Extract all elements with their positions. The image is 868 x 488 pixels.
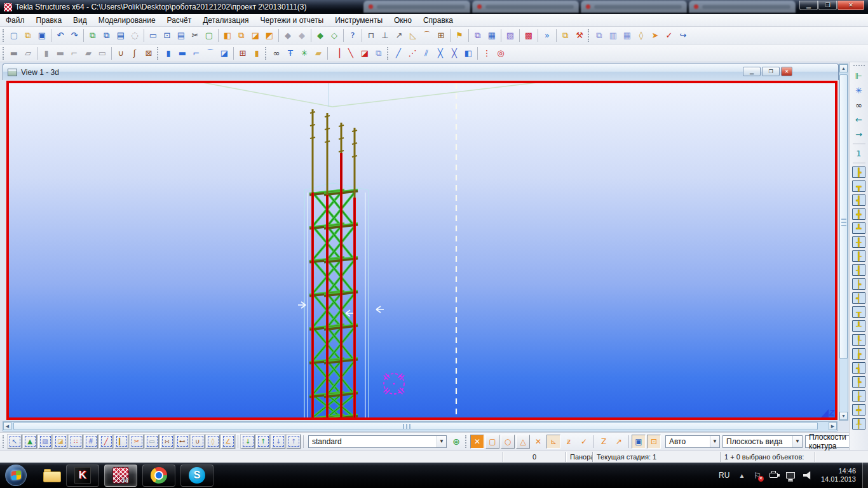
default-component-icon[interactable]: ⊩ — [852, 69, 866, 83]
check-model-icon[interactable]: ✓ — [662, 29, 676, 43]
snap-plane-combo[interactable]: Плоскость вида ▼ — [722, 435, 803, 448]
steel-folded-plate-icon[interactable]: ◪ — [217, 46, 231, 60]
measure-distance-icon[interactable]: ↗ — [392, 29, 406, 43]
concrete-panel-icon[interactable]: ▭ — [95, 46, 109, 60]
steel-orthogonal-beam-icon[interactable]: ⊞ — [236, 46, 250, 60]
minimize-button[interactable]: ▁ — [799, 1, 818, 10]
view-3d-scene[interactable] — [9, 83, 835, 417]
component-number-icon[interactable]: 1 — [852, 146, 866, 161]
steel-beam-icon[interactable]: ▬ — [175, 46, 189, 60]
connection-end-plate-icon[interactable]: ┣ — [852, 166, 865, 178]
snap-free-icon[interactable]: ✓ — [577, 435, 591, 449]
copy-with-point-icon[interactable]: ⧉ — [100, 29, 114, 43]
select-cuts-icon[interactable]: ✂ — [130, 435, 144, 449]
snap-nearest-icon[interactable]: ↗ — [612, 435, 626, 449]
select-grids-icon[interactable]: # — [84, 435, 98, 449]
search-components-icon[interactable]: ∞ — [852, 98, 866, 112]
cut-icon[interactable]: ✂ — [188, 29, 202, 43]
select-components-icon[interactable]: ▲ — [23, 435, 37, 449]
connection-partial-end-plate-icon[interactable]: ╋ — [852, 208, 865, 220]
connection-welded-beam-icon[interactable]: ┸ — [852, 320, 865, 332]
all-views-icon[interactable]: ▦ — [620, 29, 634, 43]
select-reinforcement-icon[interactable]: ∪ — [191, 435, 205, 449]
menu-analysis[interactable]: Расчёт — [161, 15, 198, 26]
pin-icon[interactable]: ⚑ — [452, 29, 466, 43]
connection-beam-splice-icon[interactable]: ┠ — [852, 250, 865, 262]
menu-window[interactable]: Окно — [388, 15, 417, 26]
set-workplane-icon[interactable]: Ŧ — [283, 46, 297, 60]
select-parts-icon[interactable]: ▨ — [38, 435, 52, 449]
new-view-icon[interactable]: ⧉ — [592, 29, 606, 43]
points-projection-icon[interactable]: ╳ — [447, 46, 461, 60]
power-icon[interactable] — [770, 473, 778, 478]
contour-plate-icon[interactable]: ▰ — [311, 46, 325, 60]
component-catalog-icon[interactable]: ✳ — [297, 46, 311, 60]
view-close-button[interactable]: ✕ — [781, 67, 792, 76]
vertical-scrollbar[interactable]: ▲ ▼ — [839, 64, 848, 421]
bolt-circle-icon[interactable]: ◎ — [494, 46, 508, 60]
snap-intersection-icon[interactable]: ✕ — [531, 435, 545, 449]
save-model-icon[interactable]: ▣ — [35, 29, 49, 43]
new-model-icon[interactable]: ▢ — [7, 29, 21, 43]
steel-curved-beam-icon[interactable]: ⌒ — [203, 46, 217, 60]
profile-combo[interactable]: standard ▼ — [308, 435, 447, 448]
copy-icon[interactable]: ⧉ — [86, 29, 100, 43]
select-fittings-icon[interactable]: ∺ — [160, 435, 174, 449]
chevron-down-icon[interactable]: ▼ — [710, 436, 719, 447]
task-manager-icon[interactable]: ▦ — [485, 29, 499, 43]
select-bolts-icon[interactable]: ⊷ — [175, 435, 189, 449]
taskbar-clock[interactable]: 14:46 14.01.2013 — [821, 467, 856, 484]
diagnose-repair-icon[interactable]: ⚒ — [573, 29, 587, 43]
points-intersection-icon[interactable]: ╳ — [433, 46, 447, 60]
taskbar-tekla-button[interactable]: 18 — [104, 464, 137, 487]
scroll-up-icon[interactable]: ▲ — [839, 64, 848, 72]
fit-part-plane-icon[interactable]: ⊥ — [378, 29, 392, 43]
menu-help[interactable]: Справка — [417, 15, 459, 26]
select-rebar-modifiers-icon[interactable]: ↑ — [287, 435, 301, 449]
part-cut-icon[interactable]: ╲ — [344, 46, 358, 60]
select-all-icon[interactable]: ↖ — [8, 435, 22, 449]
fetch-model-icon[interactable]: ◩ — [262, 29, 276, 43]
connection-stiffened-end-plate-icon[interactable]: ┟ — [852, 390, 865, 402]
taskbar-skype-button[interactable]: S — [180, 464, 214, 487]
component-catalog-icon[interactable]: ✳ — [852, 83, 866, 98]
taskbar-chrome-button[interactable] — [142, 464, 175, 487]
steel-column-icon[interactable]: ▮ — [161, 46, 175, 60]
snap-ortho-icon[interactable]: Z — [597, 435, 611, 449]
snap-perpendicular-icon[interactable]: ⊾ — [546, 435, 560, 449]
action-center-icon[interactable]: ⚐✕ — [754, 471, 761, 480]
snap-settings-icon[interactable]: ⊛ — [449, 435, 463, 449]
connection-column-splice-icon[interactable]: ╂ — [852, 236, 865, 248]
measure-angle-icon[interactable]: ◺ — [406, 29, 420, 43]
taskbar-kaspersky-button[interactable]: K — [66, 464, 99, 487]
select-rebar-sets-icon[interactable]: ↓ — [271, 435, 285, 449]
snap-endpoint-icon[interactable]: ▢ — [485, 435, 499, 449]
side-views-icon[interactable]: ▥ — [606, 29, 620, 43]
fit-part-end-icon[interactable]: ⊓ — [364, 29, 378, 43]
polygon-cut-icon[interactable]: ◪ — [358, 46, 372, 60]
fetch-drawing-icon[interactable]: ⧉ — [234, 29, 248, 43]
chevron-down-icon[interactable]: ▼ — [437, 436, 446, 447]
window-list-icon[interactable]: ▤ — [174, 29, 188, 43]
connection-corner-gusset-icon[interactable]: ┪ — [852, 362, 865, 374]
snap-auto-combo[interactable]: Авто ▼ — [665, 435, 720, 448]
fly-through-icon[interactable]: ➤ — [648, 29, 662, 43]
connection-moment-icon[interactable]: ┿ — [852, 404, 865, 416]
points-on-line-icon[interactable]: ⋰ — [405, 46, 419, 60]
rebar-group-icon[interactable]: ʃ — [128, 46, 142, 60]
connection-base-plate-icon[interactable]: ┨ — [852, 264, 865, 276]
point-corner-icon[interactable]: ◧ — [461, 46, 475, 60]
scroll-left-icon[interactable]: ◀ — [3, 422, 11, 430]
steel-item-icon[interactable]: ▮ — [250, 46, 264, 60]
connection-gusset-icon[interactable]: ┞ — [852, 334, 865, 346]
view-title-bar[interactable]: View 1 - 3d ▁ ❒ ✕ — [3, 64, 839, 80]
scroll-right-icon[interactable]: ▶ — [829, 422, 837, 430]
move-object-icon[interactable]: ◇ — [327, 29, 341, 43]
snap-center-icon[interactable]: ○ — [501, 435, 515, 449]
snap-line-icon[interactable]: ƶ — [562, 435, 576, 449]
rebar-bar-icon[interactable]: ∪ — [114, 46, 128, 60]
lasso-icon[interactable]: ◌ — [128, 29, 142, 43]
chevron-down-icon[interactable]: ▼ — [792, 436, 802, 447]
connection-tube-gusset-icon[interactable]: ┢ — [852, 348, 865, 360]
select-objects-in-assemblies-icon[interactable]: ↑ — [256, 435, 270, 449]
